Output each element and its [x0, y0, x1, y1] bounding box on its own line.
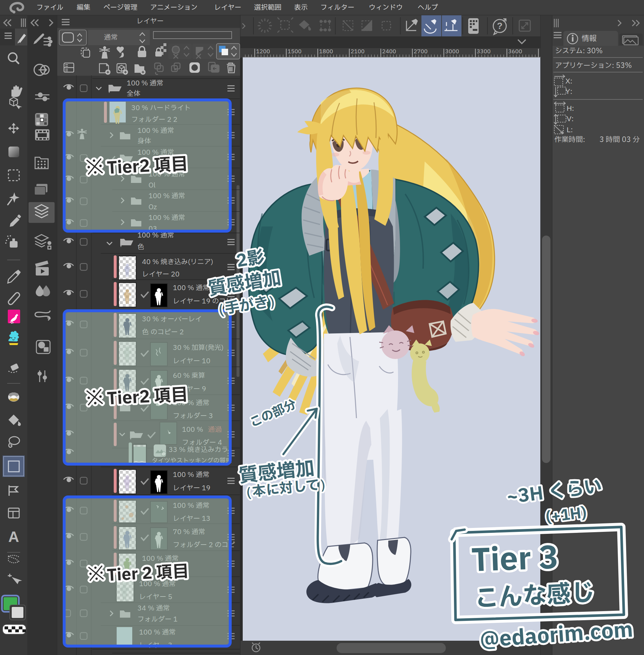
svg-text:※: ※ [83, 382, 107, 415]
svg-text:※: ※ [85, 559, 107, 590]
svg-text:Tier 2 項目: Tier 2 項目 [106, 560, 189, 588]
svg-text:この部分: この部分 [247, 395, 300, 432]
svg-text:Tier 3: Tier 3 [470, 535, 559, 585]
svg-text:Tier2 項目: Tier2 項目 [106, 382, 188, 412]
svg-text:※: ※ [83, 151, 107, 185]
svg-text:Tier2 項目: Tier2 項目 [106, 152, 188, 181]
svg-text:こんな感じ: こんな感じ [474, 576, 596, 618]
